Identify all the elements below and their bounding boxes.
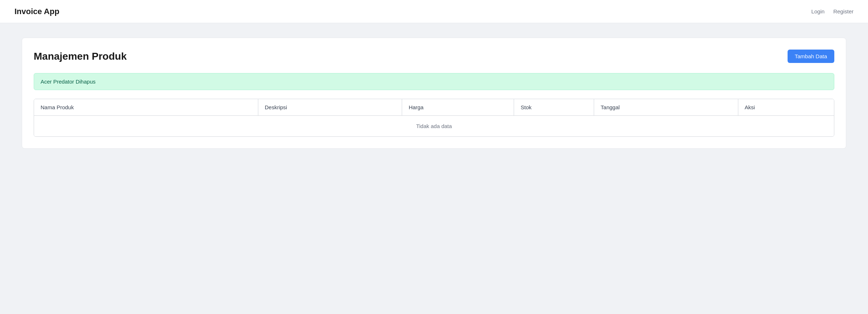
register-link[interactable]: Register bbox=[833, 8, 854, 14]
table-body: Tidak ada data bbox=[34, 116, 834, 137]
main-content: Manajemen Produk Tambah Data Acer Predat… bbox=[0, 23, 868, 163]
product-table-wrapper: Nama Produk Deskripsi Harga Stok Tanggal… bbox=[34, 99, 834, 137]
app-brand[interactable]: Invoice App bbox=[14, 7, 59, 16]
page-title: Manajemen Produk bbox=[34, 51, 127, 62]
product-table: Nama Produk Deskripsi Harga Stok Tanggal… bbox=[34, 99, 834, 136]
product-management-card: Manajemen Produk Tambah Data Acer Predat… bbox=[22, 38, 846, 149]
col-harga: Harga bbox=[402, 99, 514, 116]
alert-success: Acer Predator Dihapus bbox=[34, 73, 834, 90]
alert-message: Acer Predator Dihapus bbox=[41, 78, 96, 85]
navbar: Invoice App Login Register bbox=[0, 0, 868, 23]
table-header-row: Nama Produk Deskripsi Harga Stok Tanggal… bbox=[34, 99, 834, 116]
add-data-button[interactable]: Tambah Data bbox=[788, 50, 834, 63]
col-stok: Stok bbox=[514, 99, 594, 116]
login-link[interactable]: Login bbox=[811, 8, 825, 14]
empty-row: Tidak ada data bbox=[34, 116, 834, 137]
col-deskripsi: Deskripsi bbox=[258, 99, 402, 116]
card-header: Manajemen Produk Tambah Data bbox=[34, 50, 834, 63]
navbar-links: Login Register bbox=[811, 8, 854, 14]
col-nama-produk: Nama Produk bbox=[34, 99, 258, 116]
col-tanggal: Tanggal bbox=[594, 99, 738, 116]
table-header: Nama Produk Deskripsi Harga Stok Tanggal… bbox=[34, 99, 834, 116]
col-aksi: Aksi bbox=[738, 99, 834, 116]
empty-message: Tidak ada data bbox=[34, 116, 834, 137]
